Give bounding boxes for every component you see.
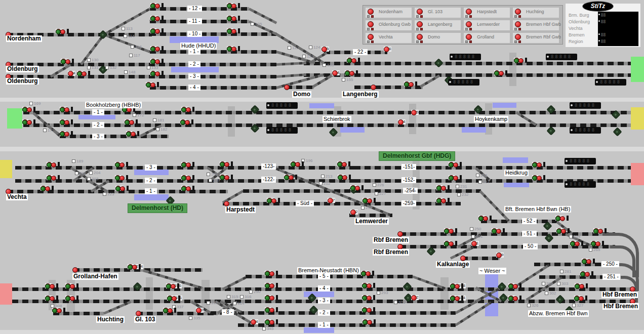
point-number[interactable]: 155 (342, 77, 353, 82)
point-number[interactable]: 133 (147, 65, 158, 70)
signal-lamp-red[interactable] (332, 70, 338, 76)
track-segment[interactable] (60, 135, 169, 138)
point-number[interactable]: 251 (471, 234, 482, 239)
track-segment[interactable] (354, 166, 631, 170)
exit-block-red[interactable] (631, 163, 644, 185)
shunt-signal[interactable] (613, 127, 622, 136)
signal-lamp-red[interactable] (398, 119, 404, 125)
track-segment[interactable] (286, 86, 314, 89)
point-number[interactable]: 212 (319, 181, 330, 186)
point-number[interactable]: 130 (87, 58, 98, 62)
point-number[interactable]: 226 (373, 183, 384, 187)
point-number[interactable]: 118 (131, 45, 142, 49)
point-number[interactable]: 250 (470, 227, 481, 231)
point-number[interactable]: 105 (251, 22, 262, 26)
point-number[interactable]: 231 (456, 184, 467, 189)
point-number[interactable]: 209 (209, 178, 220, 183)
point-number[interactable]: 132 (105, 65, 116, 70)
point-number[interactable]: 135 (323, 63, 334, 67)
point-number[interactable]: 208 (207, 172, 218, 177)
shunt-signal[interactable] (434, 58, 443, 67)
point-number[interactable]: 177 (43, 128, 54, 133)
point-number[interactable]: 312 (207, 301, 218, 305)
point-number[interactable]: 301 (542, 281, 553, 286)
shunt-signal[interactable] (546, 126, 555, 135)
exit-block-green[interactable] (631, 57, 644, 82)
signal-cluster (265, 295, 278, 300)
point-number[interactable]: 223 (103, 192, 114, 196)
signal-lamp-red[interactable] (328, 198, 333, 203)
track-segment[interactable] (462, 257, 500, 260)
signal-lamp-red[interactable] (68, 71, 73, 76)
track-segment[interactable] (23, 111, 631, 114)
track-segment[interactable] (400, 232, 615, 236)
track-segment[interactable] (137, 312, 218, 315)
point-number[interactable]: 217 (478, 180, 490, 184)
point-number[interactable]: 303 (557, 281, 568, 286)
point-number[interactable]: 239 (361, 205, 372, 210)
point-number[interactable]: 117 (129, 53, 140, 58)
signal-lamp-red[interactable] (496, 253, 502, 258)
point-number[interactable]: 315 (227, 295, 238, 299)
point-number[interactable]: 203 (87, 177, 98, 181)
point-number[interactable]: 302 (545, 291, 556, 296)
exit-block-yellow[interactable] (0, 160, 12, 178)
exit-block-green[interactable] (7, 108, 22, 129)
signal-lamp-red[interactable] (321, 47, 327, 52)
point-number[interactable]: 293 (377, 290, 388, 295)
track-segment[interactable] (23, 123, 631, 127)
track-diagonal[interactable] (103, 8, 150, 35)
track-segment[interactable] (223, 202, 461, 205)
point-number[interactable]: 216 (476, 173, 487, 178)
signal-lamp-red[interactable] (196, 308, 202, 313)
point-number[interactable]: 202 (75, 171, 86, 176)
point-number[interactable]: 345 (262, 326, 273, 331)
track-segment[interactable] (150, 32, 276, 36)
track-diagonal[interactable] (276, 73, 306, 78)
track-segment[interactable] (228, 166, 354, 170)
point-number[interactable]: 232 (457, 192, 468, 197)
point-number[interactable]: 122 (288, 46, 299, 50)
point-number[interactable]: 123 (302, 54, 313, 59)
point-number[interactable]: 204 (89, 171, 100, 175)
point-number[interactable]: 316 (240, 295, 251, 299)
point-number[interactable]: 265 (589, 247, 600, 252)
track-segment[interactable] (7, 63, 276, 66)
point-number[interactable]: 254 (569, 234, 580, 239)
signal-lamp-red[interactable] (384, 47, 389, 52)
track-segment[interactable] (150, 50, 276, 54)
point-number[interactable]: 321 (394, 300, 405, 305)
point-number[interactable]: 290 (249, 289, 260, 294)
point-number[interactable]: 335 (189, 316, 200, 320)
signal-cluster (265, 307, 278, 312)
point-number[interactable]: 131 (87, 65, 98, 70)
point-number[interactable]: 113 (122, 26, 133, 31)
point-number[interactable]: 326 (527, 303, 538, 308)
exit-block-yellow[interactable] (631, 107, 644, 130)
signal-cluster (181, 186, 194, 191)
signal-lamp-red[interactable] (411, 110, 417, 115)
point-number[interactable]: 172 (133, 113, 144, 117)
exit-block-red[interactable] (0, 283, 12, 305)
track-diagonal[interactable] (276, 62, 306, 66)
point-number[interactable]: 114 (124, 34, 135, 38)
point-number[interactable]: 213 (321, 174, 332, 179)
point-number[interactable]: 182 (156, 127, 167, 132)
point-number[interactable]: 148 (124, 70, 135, 74)
signal-lamp-red[interactable] (471, 241, 477, 246)
signal-lamp-red[interactable] (350, 210, 356, 215)
point-number[interactable]: 189 (72, 159, 83, 163)
legend-square-gray (465, 15, 468, 18)
point-number[interactable]: 314 (233, 301, 244, 306)
point-number[interactable]: 227 (375, 191, 386, 196)
point-number[interactable]: 281 (560, 269, 571, 274)
track-segment[interactable] (150, 86, 276, 90)
point-number[interactable]: 169 (29, 101, 41, 106)
point-number[interactable]: 181 (153, 118, 164, 122)
signal-cluster (60, 107, 73, 112)
track-segment[interactable] (7, 75, 276, 78)
signal-lamp-red[interactable] (251, 319, 256, 325)
signal-lamp-red[interactable] (411, 295, 417, 301)
point-number[interactable]: 327 (572, 303, 583, 308)
point-number[interactable]: 124 (309, 45, 320, 50)
